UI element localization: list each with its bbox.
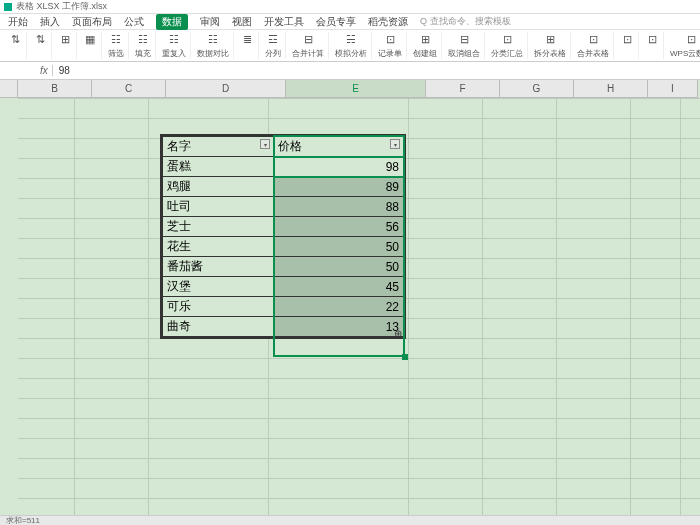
ribbon: ⇅⇅⊞▦☷筛选☷填充☷重复入☷数据对比≣☲分列⊟合并计算☵模拟分析⊡记录单⊞创建… — [0, 30, 700, 62]
cell-price[interactable]: 56 — [274, 217, 404, 237]
ribbon-label: 数据对比 — [197, 48, 229, 59]
ribbon-icon: ☷ — [109, 32, 123, 46]
status-left: 求和=511 — [6, 515, 40, 525]
cell-name[interactable]: 汉堡 — [163, 277, 274, 297]
menu-view[interactable]: 视图 — [232, 15, 252, 29]
col-header-C[interactable]: C — [92, 80, 166, 98]
ribbon-item-16[interactable]: ⊞拆分表格 — [530, 32, 571, 59]
ribbon-icon: ☷ — [206, 32, 220, 46]
cell-name[interactable]: 芝士 — [163, 217, 274, 237]
ribbon-label: 分类汇总 — [491, 48, 523, 59]
cell-price[interactable]: 50 — [274, 237, 404, 257]
ribbon-icon: ⊡ — [500, 32, 514, 46]
ribbon-label: WPS云数据 — [670, 48, 700, 59]
col-header-B[interactable]: B — [18, 80, 92, 98]
cell-name[interactable]: 曲奇 — [163, 317, 274, 337]
menu-search[interactable]: Q 查找命令、搜索模板 — [420, 15, 511, 28]
ribbon-item-14[interactable]: ⊟取消组合 — [444, 32, 485, 59]
cell-name[interactable]: 番茄酱 — [163, 257, 274, 277]
ribbon-item-3[interactable]: ▦ — [79, 32, 102, 59]
ribbon-item-1[interactable]: ⇅ — [29, 32, 52, 59]
menu-member[interactable]: 会员专享 — [316, 15, 356, 29]
ribbon-item-5[interactable]: ☷填充 — [131, 32, 156, 59]
cell-name[interactable]: 鸡腿 — [163, 177, 274, 197]
cell-price[interactable]: 45 — [274, 277, 404, 297]
ribbon-item-0[interactable]: ⇅ — [4, 32, 27, 59]
ribbon-item-7[interactable]: ☷数据对比 — [193, 32, 234, 59]
ribbon-icon: ⊞ — [418, 32, 432, 46]
corner[interactable] — [0, 80, 18, 98]
ribbon-label: 拆分表格 — [534, 48, 566, 59]
ribbon-icon: ⊞ — [543, 32, 557, 46]
table-row[interactable]: 芝士56 — [163, 217, 404, 237]
col-header-D[interactable]: D — [166, 80, 286, 98]
ribbon-icon: ⊡ — [383, 32, 397, 46]
ribbon-item-10[interactable]: ⊟合并计算 — [288, 32, 329, 59]
col-header-F[interactable]: F — [426, 80, 500, 98]
cell-name[interactable]: 可乐 — [163, 297, 274, 317]
col-header-E[interactable]: E — [286, 80, 426, 98]
ribbon-item-4[interactable]: ☷筛选 — [104, 32, 129, 59]
cell-price[interactable]: 89 — [274, 177, 404, 197]
ribbon-icon: ⊟ — [457, 32, 471, 46]
col-header-G[interactable]: G — [500, 80, 574, 98]
col-header-H[interactable]: H — [574, 80, 648, 98]
ribbon-item-13[interactable]: ⊞创建组 — [409, 32, 442, 59]
ribbon-icon: ⊡ — [586, 32, 600, 46]
cell-price[interactable]: 13 — [274, 317, 404, 337]
ribbon-label: 合并计算 — [292, 48, 324, 59]
cell-price[interactable]: 98 — [274, 157, 404, 177]
table-row[interactable]: 曲奇13 — [163, 317, 404, 337]
ribbon-icon: ⊡ — [620, 32, 634, 46]
ribbon-label: 填充 — [135, 48, 151, 59]
ribbon-icon: ☲ — [266, 32, 280, 46]
fill-handle[interactable] — [402, 354, 408, 360]
ribbon-label: 合并表格 — [577, 48, 609, 59]
ribbon-item-11[interactable]: ☵模拟分析 — [331, 32, 372, 59]
ribbon-item-12[interactable]: ⊡记录单 — [374, 32, 407, 59]
table-row[interactable]: 花生50 — [163, 237, 404, 257]
table-row[interactable]: 蛋糕98 — [163, 157, 404, 177]
table-row[interactable]: 番茄酱50 — [163, 257, 404, 277]
ribbon-icon: ≣ — [240, 32, 254, 46]
ribbon-item-9[interactable]: ☲分列 — [261, 32, 286, 59]
menu-insert[interactable]: 插入 — [40, 15, 60, 29]
table-row[interactable]: 吐司88 — [163, 197, 404, 217]
table-header[interactable]: 价格 — [274, 137, 404, 157]
table-row[interactable]: 鸡腿89 — [163, 177, 404, 197]
ribbon-item-20[interactable]: ⊡WPS云数据 — [666, 32, 700, 59]
table-header[interactable]: 名字 — [163, 137, 274, 157]
menu-resources[interactable]: 稻壳资源 — [368, 15, 408, 29]
cell-name[interactable]: 花生 — [163, 237, 274, 257]
menu-formula[interactable]: 公式 — [124, 15, 144, 29]
cell-price[interactable]: 22 — [274, 297, 404, 317]
menu-start[interactable]: 开始 — [8, 15, 28, 29]
ribbon-item-19[interactable]: ⊡ — [641, 32, 664, 59]
menu-devtools[interactable]: 开发工具 — [264, 15, 304, 29]
filter-name-icon[interactable]: ▾ — [260, 139, 270, 149]
filter-price-icon[interactable]: ▾ — [390, 139, 400, 149]
ribbon-item-2[interactable]: ⊞ — [54, 32, 77, 59]
fx-label[interactable]: fx — [36, 65, 53, 76]
ribbon-label: 筛选 — [108, 48, 124, 59]
sheet-area[interactable]: BCDEFGHI 名字价格蛋糕98鸡腿89吐司88芝士56花生50番茄酱50汉堡… — [0, 80, 700, 515]
ribbon-item-8[interactable]: ≣ — [236, 32, 259, 59]
menu-data[interactable]: 数据 — [156, 14, 188, 30]
menu-review[interactable]: 审阅 — [200, 15, 220, 29]
menu-pagelayout[interactable]: 页面布局 — [72, 15, 112, 29]
cell-name[interactable]: 蛋糕 — [163, 157, 274, 177]
col-header-I[interactable]: I — [648, 80, 698, 98]
ribbon-item-17[interactable]: ⊡合并表格 — [573, 32, 614, 59]
formula-input[interactable]: 98 — [53, 65, 700, 76]
ribbon-item-18[interactable]: ⊡ — [616, 32, 639, 59]
cell-name[interactable]: 吐司 — [163, 197, 274, 217]
app-icon — [4, 3, 12, 11]
ribbon-icon: ⊞ — [58, 32, 72, 46]
ribbon-icon: ⊟ — [301, 32, 315, 46]
ribbon-item-6[interactable]: ☷重复入 — [158, 32, 191, 59]
cell-price[interactable]: 88 — [274, 197, 404, 217]
table-row[interactable]: 可乐22 — [163, 297, 404, 317]
cell-price[interactable]: 50 — [274, 257, 404, 277]
ribbon-item-15[interactable]: ⊡分类汇总 — [487, 32, 528, 59]
table-row[interactable]: 汉堡45 — [163, 277, 404, 297]
